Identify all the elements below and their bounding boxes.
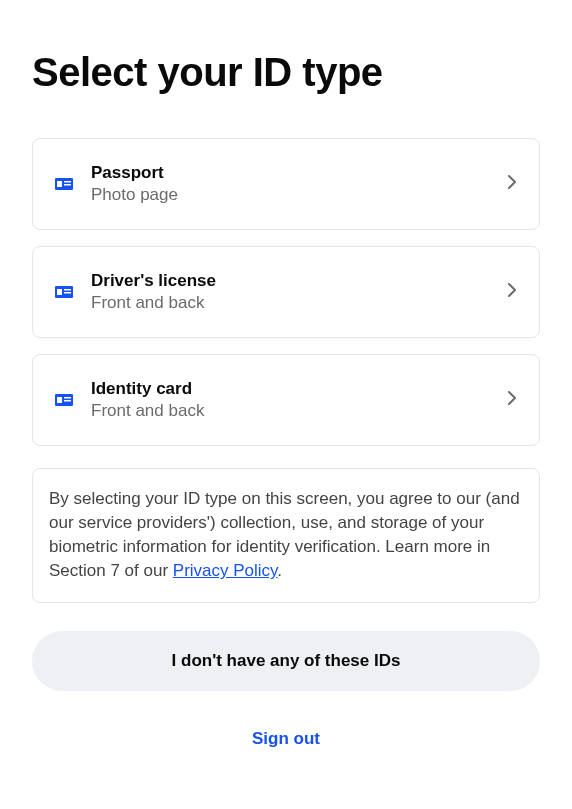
id-option-text: Driver's license Front and back — [91, 271, 507, 313]
id-option-title: Identity card — [91, 379, 507, 399]
svg-rect-11 — [64, 400, 71, 402]
svg-rect-3 — [64, 184, 71, 186]
svg-rect-7 — [64, 292, 71, 294]
id-option-drivers-license[interactable]: Driver's license Front and back — [32, 246, 540, 338]
svg-rect-2 — [64, 181, 71, 183]
privacy-policy-link[interactable]: Privacy Policy — [173, 561, 278, 580]
svg-rect-5 — [57, 289, 62, 295]
id-option-text: Identity card Front and back — [91, 379, 507, 421]
page-title: Select your ID type — [32, 50, 540, 94]
sign-out-button[interactable]: Sign out — [32, 719, 540, 759]
id-option-title: Driver's license — [91, 271, 507, 291]
chevron-right-icon — [507, 174, 517, 194]
svg-rect-1 — [57, 181, 62, 187]
id-card-icon — [55, 177, 73, 191]
id-option-passport[interactable]: Passport Photo page — [32, 138, 540, 230]
chevron-right-icon — [507, 390, 517, 410]
chevron-right-icon — [507, 282, 517, 302]
id-option-subtitle: Front and back — [91, 293, 507, 313]
id-card-icon — [55, 393, 73, 407]
svg-rect-10 — [64, 397, 71, 399]
svg-rect-6 — [64, 289, 71, 291]
no-id-button[interactable]: I don't have any of these IDs — [32, 631, 540, 691]
disclosure-box: By selecting your ID type on this screen… — [32, 468, 540, 603]
disclosure-text: By selecting your ID type on this screen… — [49, 487, 523, 584]
svg-rect-9 — [57, 397, 62, 403]
id-option-subtitle: Photo page — [91, 185, 507, 205]
disclosure-text-before: By selecting your ID type on this screen… — [49, 489, 520, 580]
id-option-subtitle: Front and back — [91, 401, 507, 421]
id-option-title: Passport — [91, 163, 507, 183]
id-option-text: Passport Photo page — [91, 163, 507, 205]
id-card-icon — [55, 285, 73, 299]
disclosure-text-after: . — [277, 561, 282, 580]
id-option-identity-card[interactable]: Identity card Front and back — [32, 354, 540, 446]
